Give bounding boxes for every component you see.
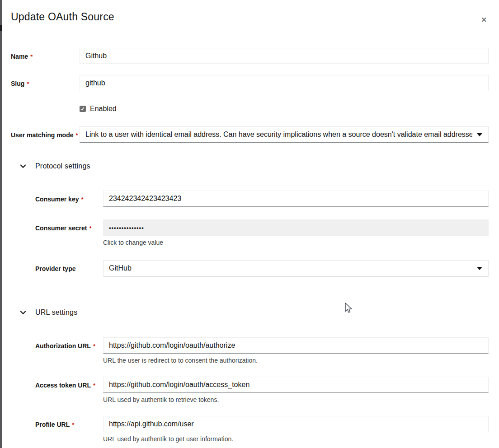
provider-type-field-row: Provider type GitHub [35, 260, 489, 276]
chevron-down-icon [477, 267, 482, 270]
user-matching-mode-field-row: User matching mode* Link to a user with … [11, 126, 489, 143]
access-token-url-helper-text: URL used by authentik to retrieve tokens… [103, 396, 489, 403]
oauth-source-form: Name* Slug* ✓ Enabled [11, 48, 489, 443]
required-asterisk: * [89, 225, 91, 232]
provider-type-label-text: Provider type [35, 265, 75, 272]
name-input[interactable] [80, 48, 489, 64]
authorization-url-helper-text: URL the user is redirect to to consent t… [103, 357, 489, 364]
required-asterisk: * [30, 53, 33, 60]
authorization-url-label-text: Authorization URL [35, 342, 91, 350]
slug-field-row: Slug* [11, 75, 489, 91]
protocol-settings-section-title: Protocol settings [35, 162, 90, 170]
close-icon[interactable]: ✕ [479, 14, 489, 26]
consumer-secret-label: Consumer secret* [35, 219, 103, 232]
name-label: Name* [11, 48, 80, 60]
slug-label-text: Slug [11, 80, 24, 87]
required-asterisk: * [75, 132, 78, 139]
authorization-url-input[interactable] [103, 337, 489, 354]
name-field-row: Name* [11, 48, 489, 64]
authorization-url-label: Authorization URL* [35, 337, 103, 350]
access-token-url-label: Access token URL* [35, 377, 103, 389]
update-oauth-source-modal: Update OAuth Source ✕ Name* Slug* [0, 0, 499, 443]
name-label-text: Name [11, 53, 28, 60]
access-token-url-input[interactable] [103, 377, 489, 393]
consumer-key-label: Consumer key* [35, 191, 103, 203]
background-sidebar-edge [0, 0, 2, 448]
sidebar-edge-mark [0, 25, 2, 31]
required-asterisk: * [72, 421, 74, 428]
modal-header: Update OAuth Source ✕ [11, 11, 489, 26]
enabled-label-spacer [11, 104, 80, 109]
consumer-secret-helper-text: Click to change value [103, 239, 489, 246]
user-matching-mode-label: User matching mode* [11, 126, 80, 139]
enabled-checkbox[interactable]: ✓ [80, 106, 86, 112]
consumer-secret-label-text: Consumer secret [35, 224, 87, 232]
protocol-settings-section-header[interactable]: Protocol settings [20, 162, 489, 170]
user-matching-mode-label-text: User matching mode [11, 131, 73, 139]
provider-type-select[interactable]: GitHub [103, 260, 489, 276]
required-asterisk: * [93, 343, 95, 350]
required-asterisk: * [81, 196, 83, 203]
provider-type-label: Provider type [35, 260, 103, 272]
profile-url-label: Profile URL* [35, 416, 103, 428]
required-asterisk: * [27, 80, 29, 87]
enabled-label: Enabled [90, 105, 117, 113]
chevron-down-icon [20, 311, 26, 315]
user-matching-mode-value: Link to a user with identical email addr… [85, 131, 472, 139]
consumer-key-field-row: Consumer key* [35, 191, 489, 207]
slug-label: Slug* [11, 75, 80, 87]
consumer-key-input[interactable] [103, 191, 489, 207]
profile-url-field-row: Profile URL* URL used by authentik to ge… [35, 416, 489, 443]
required-asterisk: * [93, 382, 95, 389]
consumer-key-label-text: Consumer key [35, 196, 79, 203]
user-matching-mode-select[interactable]: Link to a user with identical email addr… [80, 126, 489, 143]
url-settings-section-title: URL settings [35, 308, 77, 317]
provider-type-value: GitHub [109, 264, 132, 272]
authorization-url-field-row: Authorization URL* URL the user is redir… [35, 337, 489, 364]
chevron-down-icon [20, 164, 26, 168]
enabled-field-row: ✓ Enabled [11, 104, 489, 113]
profile-url-label-text: Profile URL [35, 421, 70, 428]
consumer-secret-field-row: Consumer secret* Click to change value [35, 219, 489, 246]
access-token-url-field-row: Access token URL* URL used by authentik … [35, 377, 489, 403]
chevron-down-icon [477, 133, 482, 136]
page-title: Update OAuth Source [11, 11, 114, 23]
consumer-secret-input[interactable] [103, 219, 489, 236]
profile-url-helper-text: URL used by authentik to get user inform… [103, 435, 489, 443]
access-token-url-label-text: Access token URL [35, 382, 91, 389]
check-icon: ✓ [80, 107, 85, 112]
url-settings-section-header[interactable]: URL settings [20, 308, 489, 317]
slug-input[interactable] [80, 75, 489, 91]
profile-url-input[interactable] [103, 416, 489, 432]
